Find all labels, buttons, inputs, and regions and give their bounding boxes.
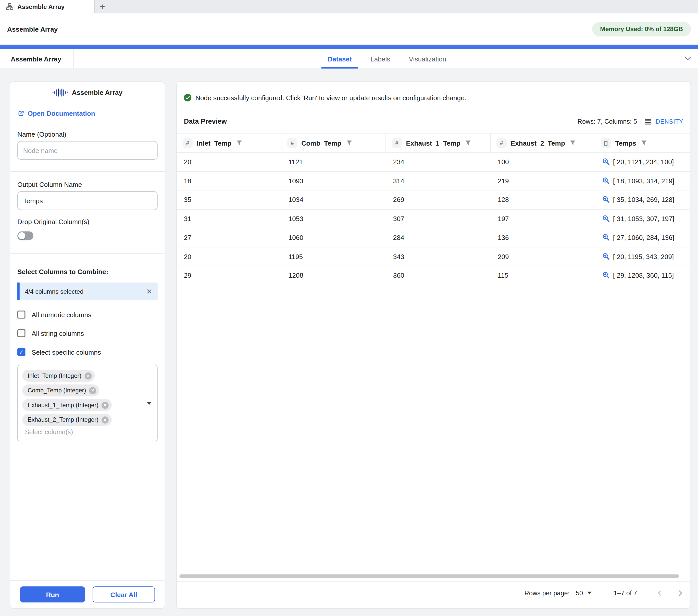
- tab-dataset[interactable]: Dataset: [321, 49, 358, 69]
- array-cell: [ 29, 1208, 360, 115]: [595, 266, 690, 285]
- chip-remove-icon[interactable]: ×: [84, 372, 92, 379]
- collapse-chevron-icon[interactable]: [684, 54, 692, 64]
- panel-footer: Run Clear All: [10, 580, 165, 608]
- zoom-in-icon[interactable]: [602, 177, 610, 185]
- page-range: 1–7 of 7: [614, 589, 637, 597]
- filter-funnel-icon[interactable]: [237, 140, 242, 146]
- previous-page-button[interactable]: [656, 589, 664, 597]
- new-tab-button[interactable]: +: [95, 0, 110, 13]
- array-cell: [ 27, 1060, 284, 136]: [595, 228, 690, 246]
- column-chip[interactable]: Comb_Temp (Integer)×: [22, 385, 99, 397]
- value-cell: 1053: [281, 209, 386, 228]
- zoom-in-icon[interactable]: [602, 158, 610, 166]
- rows-per-page-label: Rows per page:: [524, 589, 569, 597]
- waveform-icon: [53, 88, 68, 96]
- column-name: Exhaust_2_Temp: [511, 139, 565, 147]
- multiselect-placeholder: Select column(s): [25, 428, 142, 435]
- selection-status-text: 4/4 columns selected: [25, 288, 84, 295]
- table-header-cell: #Exhaust_2_Temp: [491, 133, 595, 152]
- value-cell: 20: [177, 247, 281, 266]
- success-check-icon: [184, 94, 192, 101]
- chip-remove-icon[interactable]: ×: [89, 387, 96, 394]
- value-cell: 128: [491, 190, 595, 209]
- value-cell: 100: [491, 153, 595, 171]
- value-cell: 1208: [281, 266, 386, 285]
- zoom-in-icon[interactable]: [602, 234, 610, 242]
- pagination-bar: Rows per page: 50 1–7 of 7: [177, 581, 690, 604]
- app-title: Assemble Array: [7, 25, 58, 33]
- filter-funnel-icon[interactable]: [465, 140, 471, 146]
- drop-original-toggle[interactable]: [17, 231, 33, 240]
- array-value: [ 20, 1195, 343, 209]: [613, 253, 674, 260]
- table-row: 201195343209[ 20, 1195, 343, 209]: [177, 247, 690, 266]
- column-name: Temps: [615, 139, 636, 147]
- next-page-button[interactable]: [676, 589, 684, 597]
- output-column-label: Output Column Name: [17, 181, 158, 188]
- secondary-nav: Assemble Array DatasetLabelsVisualizatio…: [0, 49, 698, 69]
- checkbox-row: All numeric columns: [17, 311, 158, 318]
- external-link-icon: [17, 110, 25, 117]
- column-multiselect[interactable]: Inlet_Temp (Integer)×Comb_Temp (Integer)…: [17, 365, 158, 441]
- tab-visualization[interactable]: Visualization: [403, 49, 452, 69]
- accent-bar: [0, 45, 698, 49]
- array-cell: [ 18, 1093, 314, 219]: [595, 172, 690, 190]
- table-row: 201121234100[ 20, 1121, 234, 100]: [177, 153, 690, 172]
- table-header-cell: #Inlet_Temp: [177, 133, 281, 152]
- value-cell: 314: [386, 172, 491, 190]
- value-cell: 1121: [281, 153, 386, 171]
- array-value: [ 20, 1121, 234, 100]: [613, 158, 674, 166]
- rows-per-page-caret-icon: [587, 592, 591, 594]
- horizontal-scrollbar[interactable]: [179, 574, 679, 578]
- table-row: 181093314219[ 18, 1093, 314, 219]: [177, 172, 690, 190]
- panel-body: Open Documentation Name (Optional) Outpu…: [10, 103, 165, 580]
- checkbox-unchecked[interactable]: [17, 311, 25, 318]
- selection-status-banner: 4/4 columns selected ✕: [17, 283, 158, 300]
- drop-original-label: Drop Original Column(s): [17, 218, 158, 226]
- array-cell: [ 35, 1034, 269, 128]: [595, 190, 690, 209]
- zoom-in-icon[interactable]: [602, 253, 610, 260]
- rows-per-page-select[interactable]: 50: [576, 589, 591, 597]
- table-row: 271060284136[ 27, 1060, 284, 136]: [177, 228, 690, 247]
- column-chip[interactable]: Inlet_Temp (Integer)×: [22, 370, 95, 382]
- value-cell: 1034: [281, 190, 386, 209]
- checkbox-unchecked[interactable]: [17, 329, 25, 337]
- zoom-in-icon[interactable]: [602, 272, 610, 279]
- array-cell: [ 20, 1195, 343, 209]: [595, 247, 690, 266]
- checkbox-row: All string columns: [17, 329, 158, 337]
- value-cell: 136: [491, 228, 595, 246]
- tab-labels[interactable]: Labels: [364, 49, 396, 69]
- array-value: [ 35, 1034, 269, 128]: [613, 196, 674, 203]
- browser-tab[interactable]: Assemble Array: [0, 0, 95, 13]
- zoom-in-icon[interactable]: [602, 215, 610, 222]
- node-config-panel: Assemble Array Open Documentation Name (…: [10, 81, 165, 608]
- table-row: 311053307197[ 31, 1053, 307, 197]: [177, 209, 690, 228]
- table-header-cell: #Comb_Temp: [281, 133, 386, 152]
- column-chip[interactable]: Exhaust_2_Temp (Integer)×: [22, 414, 112, 426]
- value-cell: 20: [177, 153, 281, 171]
- workflow-icon: [6, 3, 13, 10]
- filter-funnel-icon[interactable]: [570, 140, 576, 146]
- status-message: Node successfully configured. Click 'Run…: [184, 94, 683, 101]
- chevron-left-icon: [656, 589, 664, 597]
- node-name-input[interactable]: [17, 141, 158, 160]
- checkbox-checked[interactable]: ✓: [17, 348, 25, 356]
- numeric-type-icon: #: [392, 138, 402, 148]
- name-label: Name (Optional): [17, 130, 158, 138]
- open-documentation-link[interactable]: Open Documentation: [17, 110, 158, 117]
- filter-funnel-icon[interactable]: [641, 140, 647, 146]
- array-value: [ 18, 1093, 314, 219]: [613, 177, 674, 185]
- density-button[interactable]: DENSITY: [645, 118, 683, 125]
- output-column-input[interactable]: [17, 191, 158, 210]
- clear-selection-icon[interactable]: ✕: [146, 287, 152, 296]
- column-chip[interactable]: Exhaust_1_Temp (Integer)×: [22, 399, 112, 411]
- array-cell: [ 31, 1053, 307, 197]: [595, 209, 690, 228]
- checkbox-row: ✓Select specific columns: [17, 348, 158, 356]
- filter-funnel-icon[interactable]: [346, 140, 352, 146]
- clear-all-button[interactable]: Clear All: [93, 586, 155, 602]
- run-button[interactable]: Run: [20, 586, 85, 602]
- zoom-in-icon[interactable]: [602, 196, 610, 203]
- column-chip-label: Exhaust_2_Temp (Integer): [28, 416, 98, 423]
- toggle-knob: [18, 232, 26, 240]
- chip-remove-icon[interactable]: ×: [101, 416, 109, 423]
- chip-remove-icon[interactable]: ×: [101, 402, 109, 409]
